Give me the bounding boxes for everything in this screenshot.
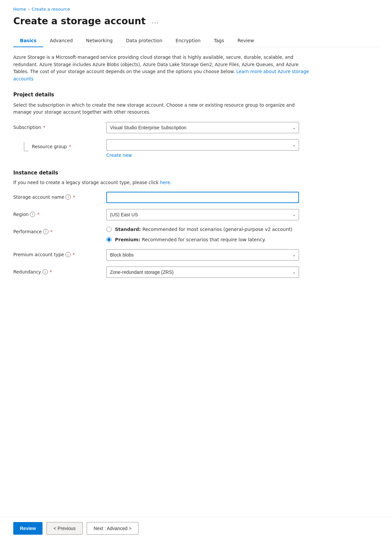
performance-standard-option[interactable]: Standard: Recommended for most scenarios… <box>106 226 299 233</box>
tab-basics[interactable]: Basics <box>13 35 43 47</box>
region-required: * <box>37 212 40 217</box>
performance-row: Performance i * Standard: Recommended fo… <box>13 226 379 243</box>
subscription-select-wrapper: Visual Studio Enterprise Subscription ⌄ <box>106 122 299 133</box>
tab-review[interactable]: Review <box>231 35 261 47</box>
performance-standard-label-bold: Standard: <box>115 227 141 232</box>
resource-group-row: Resource group * ⌄ Create new <box>13 139 379 158</box>
tab-networking[interactable]: Networking <box>79 35 119 47</box>
redundancy-row: Redundancy i * Zone-redundant storage (Z… <box>13 267 379 278</box>
performance-premium-option[interactable]: Premium: Recommended for scenarios that … <box>106 237 299 243</box>
performance-control: Standard: Recommended for most scenarios… <box>106 226 299 243</box>
tabs-nav: Basics Advanced Networking Data protecti… <box>13 35 379 47</box>
project-details-desc: Select the subscription in which to crea… <box>13 102 312 115</box>
subscription-control: Visual Studio Enterprise Subscription ⌄ <box>106 122 299 133</box>
storage-account-name-label-col: Storage account name i * <box>13 192 106 200</box>
region-label: Region <box>13 212 29 217</box>
storage-account-name-row: Storage account name i * <box>13 192 379 203</box>
resource-group-control: ⌄ Create new <box>106 139 299 158</box>
create-new-link[interactable]: Create new <box>106 153 132 158</box>
performance-radio-group: Standard: Recommended for most scenarios… <box>106 226 299 243</box>
subscription-select[interactable]: Visual Studio Enterprise Subscription <box>106 122 299 133</box>
storage-account-name-label: Storage account name <box>13 194 64 200</box>
storage-account-name-control <box>106 192 299 203</box>
project-details-title: Project details <box>13 92 379 98</box>
storage-account-name-info-icon[interactable]: i <box>65 194 71 200</box>
premium-account-type-info-icon[interactable]: i <box>65 252 71 257</box>
instance-details-section: Instance details If you need to create a… <box>13 170 379 278</box>
resource-group-select[interactable] <box>106 139 299 151</box>
breadcrumb-sep-1: › <box>28 7 30 12</box>
ellipsis-menu-button[interactable]: ... <box>149 16 161 26</box>
region-select-wrapper: (US) East US ⌄ <box>106 209 299 220</box>
premium-account-type-select-wrapper: Block blobs ⌄ <box>106 249 299 261</box>
performance-premium-label-bold: Premium: <box>115 237 140 242</box>
region-select[interactable]: (US) East US <box>106 209 299 220</box>
footer: Review < Previous Next : Advanced > <box>0 516 392 540</box>
resource-group-required: * <box>69 144 71 149</box>
performance-standard-radio[interactable] <box>106 227 112 232</box>
subscription-label: Subscription <box>13 125 41 130</box>
subscription-row: Subscription * Visual Studio Enterprise … <box>13 122 379 133</box>
region-control: (US) East US ⌄ <box>106 209 299 220</box>
premium-account-type-select[interactable]: Block blobs <box>106 249 299 261</box>
breadcrumb: Home › Create a resource <box>13 7 379 12</box>
region-row: Region i * (US) East US ⌄ <box>13 209 379 220</box>
previous-button[interactable]: < Previous <box>47 522 83 535</box>
legacy-link[interactable]: here. <box>160 180 172 185</box>
premium-account-type-label-col: Premium account type i * <box>13 249 106 257</box>
redundancy-select-wrapper: Zone-redundant storage (ZRS) ⌄ <box>106 267 299 278</box>
resource-group-label-col: Resource group * <box>13 139 106 151</box>
performance-premium-radio[interactable] <box>106 237 112 242</box>
legacy-prefix: If you need to create a legacy storage a… <box>13 180 158 185</box>
premium-account-type-control: Block blobs ⌄ <box>106 249 299 261</box>
performance-required: * <box>50 229 53 234</box>
tab-tags[interactable]: Tags <box>207 35 231 47</box>
review-button[interactable]: Review <box>13 522 43 535</box>
region-info-icon[interactable]: i <box>30 212 35 217</box>
redundancy-label: Redundancy <box>13 269 41 274</box>
region-label-col: Region i * <box>13 209 106 217</box>
breadcrumb-home[interactable]: Home <box>13 7 26 12</box>
project-details-section: Project details Select the subscription … <box>13 92 379 158</box>
resource-group-indent-bracket <box>24 142 29 151</box>
redundancy-select[interactable]: Zone-redundant storage (ZRS) <box>106 267 299 278</box>
resource-group-label: Resource group <box>32 144 67 149</box>
description-block: Azure Storage is a Microsoft-managed ser… <box>13 54 312 82</box>
subscription-label-col: Subscription * <box>13 122 106 130</box>
performance-info-icon[interactable]: i <box>43 229 49 234</box>
subscription-required: * <box>43 125 46 130</box>
performance-premium-label: Premium: Recommended for scenarios that … <box>115 237 266 243</box>
performance-standard-label: Standard: Recommended for most scenarios… <box>115 226 292 233</box>
resource-group-select-wrapper: ⌄ <box>106 139 299 151</box>
next-advanced-button[interactable]: Next : Advanced > <box>87 522 139 535</box>
premium-account-type-label: Premium account type <box>13 252 64 257</box>
page-title: Create a storage account <box>13 16 146 27</box>
redundancy-control: Zone-redundant storage (ZRS) ⌄ <box>106 267 299 278</box>
tab-advanced[interactable]: Advanced <box>43 35 79 47</box>
premium-account-type-required: * <box>73 252 75 257</box>
breadcrumb-create-resource[interactable]: Create a resource <box>32 7 70 12</box>
tab-data-protection[interactable]: Data protection <box>119 35 169 47</box>
storage-account-name-required: * <box>73 194 75 200</box>
page-title-row: Create a storage account ... <box>13 16 379 27</box>
instance-details-title: Instance details <box>13 170 379 176</box>
legacy-text: If you need to create a legacy storage a… <box>13 180 379 185</box>
tab-encryption[interactable]: Encryption <box>169 35 207 47</box>
performance-label-col: Performance i * <box>13 226 106 234</box>
redundancy-required: * <box>50 269 52 274</box>
performance-label: Performance <box>13 229 42 234</box>
redundancy-info-icon[interactable]: i <box>43 269 48 274</box>
storage-account-name-input[interactable] <box>106 192 299 203</box>
redundancy-label-col: Redundancy i * <box>13 267 106 274</box>
premium-account-type-row: Premium account type i * Block blobs ⌄ <box>13 249 379 261</box>
